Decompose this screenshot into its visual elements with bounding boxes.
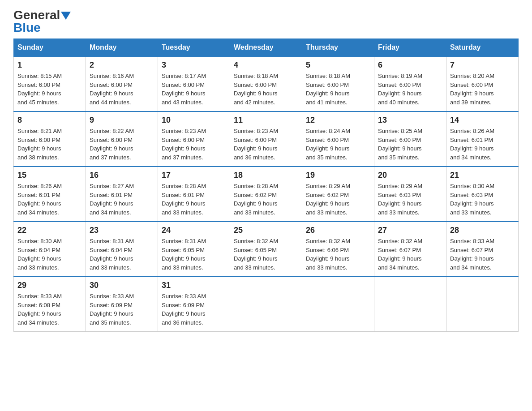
calendar-header-row: SundayMondayTuesdayWednesdayThursdayFrid… [14,39,519,57]
day-number: 9 [90,116,154,125]
day-number: 4 [234,60,298,70]
day-number: 5 [306,60,370,70]
calendar-week-4: 22 Sunrise: 8:30 AM Sunset: 6:04 PM Dayl… [14,222,519,277]
calendar-cell: 22 Sunrise: 8:30 AM Sunset: 6:04 PM Dayl… [14,222,86,277]
calendar-cell: 18 Sunrise: 8:28 AM Sunset: 6:02 PM Dayl… [230,167,302,222]
calendar-cell: 15 Sunrise: 8:26 AM Sunset: 6:01 PM Dayl… [14,167,86,222]
calendar-cell: 3 Sunrise: 8:17 AM Sunset: 6:00 PM Dayli… [158,56,230,111]
day-info: Sunrise: 8:29 AM Sunset: 6:03 PM Dayligh… [378,182,442,217]
calendar-cell [230,277,302,332]
calendar-cell: 21 Sunrise: 8:30 AM Sunset: 6:03 PM Dayl… [446,167,519,222]
day-info: Sunrise: 8:15 AM Sunset: 6:00 PM Dayligh… [17,72,82,107]
calendar-cell: 12 Sunrise: 8:24 AM Sunset: 6:00 PM Dayl… [302,111,374,167]
calendar-cell: 28 Sunrise: 8:33 AM Sunset: 6:07 PM Dayl… [446,222,519,277]
calendar-cell [446,277,519,332]
day-info: Sunrise: 8:32 AM Sunset: 6:07 PM Dayligh… [378,237,442,272]
calendar-cell: 2 Sunrise: 8:16 AM Sunset: 6:00 PM Dayli… [86,56,158,111]
day-number: 7 [450,60,515,70]
day-number: 15 [17,171,82,180]
day-number: 27 [378,226,442,235]
day-info: Sunrise: 8:32 AM Sunset: 6:05 PM Dayligh… [234,237,298,272]
day-header-friday: Friday [374,39,446,57]
day-info: Sunrise: 8:21 AM Sunset: 6:00 PM Dayligh… [17,127,82,162]
calendar-cell: 25 Sunrise: 8:32 AM Sunset: 6:05 PM Dayl… [230,222,302,277]
calendar-cell: 23 Sunrise: 8:31 AM Sunset: 6:04 PM Dayl… [86,222,158,277]
calendar-cell: 7 Sunrise: 8:20 AM Sunset: 6:00 PM Dayli… [446,56,519,111]
day-number: 12 [306,116,370,125]
calendar-week-2: 8 Sunrise: 8:21 AM Sunset: 6:00 PM Dayli… [14,111,519,167]
day-info: Sunrise: 8:16 AM Sunset: 6:00 PM Dayligh… [90,72,154,107]
calendar-cell: 4 Sunrise: 8:18 AM Sunset: 6:00 PM Dayli… [230,56,302,111]
calendar-cell [374,277,446,332]
calendar-cell: 29 Sunrise: 8:33 AM Sunset: 6:08 PM Dayl… [14,277,86,332]
day-info: Sunrise: 8:33 AM Sunset: 6:07 PM Dayligh… [450,237,515,272]
calendar-body: 1 Sunrise: 8:15 AM Sunset: 6:00 PM Dayli… [14,56,519,332]
day-info: Sunrise: 8:28 AM Sunset: 6:02 PM Dayligh… [234,182,298,217]
day-info: Sunrise: 8:22 AM Sunset: 6:00 PM Dayligh… [90,127,154,162]
calendar-cell: 20 Sunrise: 8:29 AM Sunset: 6:03 PM Dayl… [374,167,446,222]
day-info: Sunrise: 8:30 AM Sunset: 6:04 PM Dayligh… [17,237,82,272]
day-info: Sunrise: 8:30 AM Sunset: 6:03 PM Dayligh… [450,182,515,217]
day-info: Sunrise: 8:26 AM Sunset: 6:01 PM Dayligh… [17,182,82,217]
calendar-cell: 11 Sunrise: 8:23 AM Sunset: 6:00 PM Dayl… [230,111,302,167]
calendar-cell: 9 Sunrise: 8:22 AM Sunset: 6:00 PM Dayli… [86,111,158,167]
calendar-cell: 31 Sunrise: 8:33 AM Sunset: 6:09 PM Dayl… [158,277,230,332]
day-number: 16 [90,171,154,180]
calendar-week-5: 29 Sunrise: 8:33 AM Sunset: 6:08 PM Dayl… [14,277,519,332]
day-info: Sunrise: 8:33 AM Sunset: 6:08 PM Dayligh… [17,292,82,327]
calendar-cell: 14 Sunrise: 8:26 AM Sunset: 6:01 PM Dayl… [446,111,519,167]
day-header-sunday: Sunday [14,39,86,57]
day-number: 28 [450,226,515,235]
day-info: Sunrise: 8:19 AM Sunset: 6:00 PM Dayligh… [378,72,442,107]
calendar-cell: 16 Sunrise: 8:27 AM Sunset: 6:01 PM Dayl… [86,167,158,222]
day-number: 3 [162,60,226,70]
day-number: 10 [162,116,226,125]
calendar-cell: 8 Sunrise: 8:21 AM Sunset: 6:00 PM Dayli… [14,111,86,167]
day-info: Sunrise: 8:18 AM Sunset: 6:00 PM Dayligh… [234,72,298,107]
day-info: Sunrise: 8:29 AM Sunset: 6:02 PM Dayligh… [306,182,370,217]
calendar-week-1: 1 Sunrise: 8:15 AM Sunset: 6:00 PM Dayli… [14,56,519,111]
calendar-cell [302,277,374,332]
day-number: 19 [306,171,370,180]
day-info: Sunrise: 8:33 AM Sunset: 6:09 PM Dayligh… [162,292,226,327]
day-info: Sunrise: 8:23 AM Sunset: 6:00 PM Dayligh… [162,127,226,162]
day-info: Sunrise: 8:17 AM Sunset: 6:00 PM Dayligh… [162,72,226,107]
day-number: 6 [378,60,442,70]
calendar-cell: 26 Sunrise: 8:32 AM Sunset: 6:06 PM Dayl… [302,222,374,277]
day-header-saturday: Saturday [446,39,519,57]
day-number: 17 [162,171,226,180]
day-info: Sunrise: 8:33 AM Sunset: 6:09 PM Dayligh… [90,292,154,327]
calendar-cell: 1 Sunrise: 8:15 AM Sunset: 6:00 PM Dayli… [14,56,86,111]
day-number: 30 [90,281,154,290]
day-number: 31 [162,281,226,290]
calendar-cell: 10 Sunrise: 8:23 AM Sunset: 6:00 PM Dayl… [158,111,230,167]
calendar-cell: 19 Sunrise: 8:29 AM Sunset: 6:02 PM Dayl… [302,167,374,222]
day-info: Sunrise: 8:23 AM Sunset: 6:00 PM Dayligh… [234,127,298,162]
day-info: Sunrise: 8:32 AM Sunset: 6:06 PM Dayligh… [306,237,370,272]
day-number: 29 [17,281,82,290]
day-header-thursday: Thursday [302,39,374,57]
logo-arrow-icon [61,12,71,20]
day-number: 23 [90,226,154,235]
page-header: General Blue [13,9,519,34]
day-info: Sunrise: 8:31 AM Sunset: 6:05 PM Dayligh… [162,237,226,272]
day-number: 8 [17,116,82,125]
day-number: 21 [450,171,515,180]
day-header-monday: Monday [86,39,158,57]
calendar-cell: 5 Sunrise: 8:18 AM Sunset: 6:00 PM Dayli… [302,56,374,111]
calendar-cell: 6 Sunrise: 8:19 AM Sunset: 6:00 PM Dayli… [374,56,446,111]
day-number: 1 [17,60,82,70]
day-header-wednesday: Wednesday [230,39,302,57]
day-number: 25 [234,226,298,235]
day-info: Sunrise: 8:28 AM Sunset: 6:01 PM Dayligh… [162,182,226,217]
day-info: Sunrise: 8:31 AM Sunset: 6:04 PM Dayligh… [90,237,154,272]
day-header-tuesday: Tuesday [158,39,230,57]
day-number: 26 [306,226,370,235]
calendar-cell: 27 Sunrise: 8:32 AM Sunset: 6:07 PM Dayl… [374,222,446,277]
day-number: 13 [378,116,442,125]
calendar-cell: 30 Sunrise: 8:33 AM Sunset: 6:09 PM Dayl… [86,277,158,332]
day-number: 2 [90,60,154,70]
logo-blue: Blue [13,21,71,34]
calendar-cell: 24 Sunrise: 8:31 AM Sunset: 6:05 PM Dayl… [158,222,230,277]
calendar-week-3: 15 Sunrise: 8:26 AM Sunset: 6:01 PM Dayl… [14,167,519,222]
